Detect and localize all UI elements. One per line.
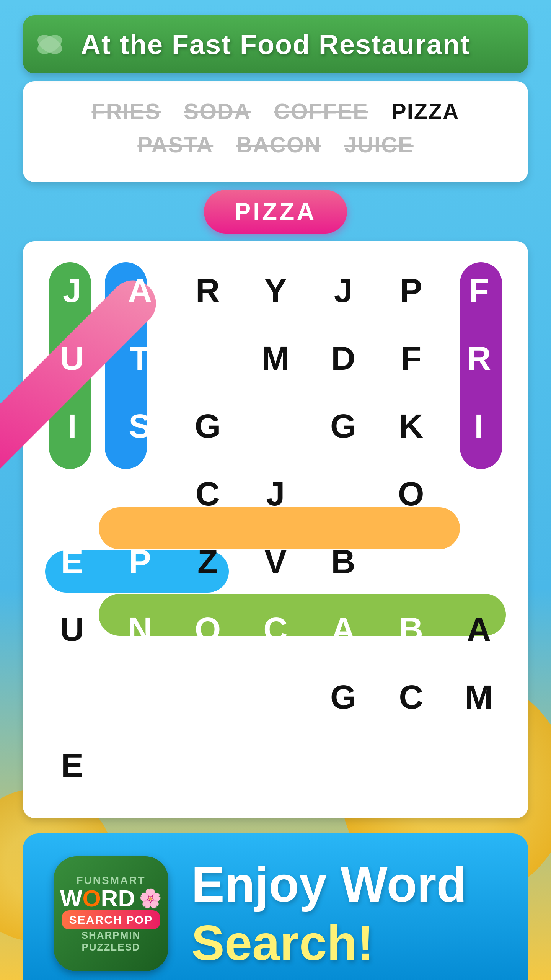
- leaf-icon: [34, 29, 65, 60]
- app-puzzlesd-label: PUZZLESD: [82, 941, 140, 953]
- grid-cell-4-1[interactable]: P: [106, 528, 174, 596]
- grid-wrapper: J A R Y J P F U T P M D F R I: [38, 256, 513, 799]
- word-coffee: COFFEE: [274, 98, 368, 124]
- grid-cell-5-0[interactable]: U: [38, 596, 106, 663]
- grid-cell-2-2[interactable]: G: [174, 392, 241, 460]
- word-juice: JUICE: [344, 132, 414, 157]
- grid-cell-5-1[interactable]: N: [106, 596, 174, 663]
- grid-cell-6-3[interactable]: A: [241, 663, 309, 731]
- grid-cell-0-4[interactable]: J: [310, 256, 377, 324]
- grid-cell-0-2[interactable]: R: [174, 256, 241, 324]
- grid-cell-6-6[interactable]: M: [445, 663, 513, 731]
- grid-cell-7-6[interactable]: E: [445, 731, 513, 799]
- word-soda: SODA: [184, 98, 251, 124]
- grid-cell-1-6[interactable]: R: [445, 324, 513, 392]
- grid-cell-0-1[interactable]: A: [106, 256, 174, 324]
- grid-cell-1-4[interactable]: D: [310, 324, 377, 392]
- grid-cell-6-0[interactable]: S: [38, 663, 106, 731]
- grid-cell-3-3[interactable]: J: [241, 460, 309, 528]
- grid-cell-3-5[interactable]: O: [377, 460, 445, 528]
- grid-cell-1-2[interactable]: P: [174, 324, 241, 392]
- grid-cell-4-6[interactable]: S: [445, 528, 513, 596]
- app-icon[interactable]: FUNSMART WORD 🌸 SEARCH POP SHARPMIN PUZZ…: [54, 856, 168, 971]
- grid-cell-7-1[interactable]: C: [106, 731, 174, 799]
- grid-cell-5-4[interactable]: A: [310, 596, 377, 663]
- current-word-badge: PIZZA: [204, 190, 347, 234]
- grid-cell-4-0[interactable]: E: [38, 528, 106, 596]
- grid-cell-3-6[interactable]: E: [445, 460, 513, 528]
- grid-cell-4-5[interactable]: Z: [377, 528, 445, 596]
- grid-cell-0-6[interactable]: F: [445, 256, 513, 324]
- grid-cell-1-5[interactable]: F: [377, 324, 445, 392]
- grid-cell-6-5[interactable]: C: [377, 663, 445, 731]
- word-pasta: PASTA: [137, 132, 213, 157]
- grid-cell-4-3[interactable]: V: [241, 528, 309, 596]
- grid-cell-7-2[interactable]: O: [174, 731, 241, 799]
- app-word-label: WORD: [60, 887, 135, 910]
- grid-cell-3-4[interactable]: Z: [310, 460, 377, 528]
- grid-cell-0-5[interactable]: P: [377, 256, 445, 324]
- word-fries: FRIES: [91, 98, 161, 124]
- grid-cell-5-6[interactable]: A: [445, 596, 513, 663]
- header-title: At the Fast Food Restaurant: [81, 29, 470, 60]
- grid-cell-3-0[interactable]: C: [38, 460, 106, 528]
- promo-tagline-line2: Search!: [191, 916, 467, 970]
- grid-cell-4-2[interactable]: Z: [174, 528, 241, 596]
- grid-cell-7-0[interactable]: E: [38, 731, 106, 799]
- grid-cell-5-5[interactable]: B: [377, 596, 445, 663]
- grid-cell-1-3[interactable]: M: [241, 324, 309, 392]
- grid-cell-1-0[interactable]: U: [38, 324, 106, 392]
- grid-cell-0-3[interactable]: Y: [241, 256, 309, 324]
- grid-cell-3-1[interactable]: A: [106, 460, 174, 528]
- grid-cell-2-4[interactable]: G: [310, 392, 377, 460]
- grid-cell-5-2[interactable]: O: [174, 596, 241, 663]
- grid-cell-0-0[interactable]: J: [38, 256, 106, 324]
- header-banner: At the Fast Food Restaurant: [23, 15, 528, 74]
- word-list-row-1: FRIES SODA COFFEE PIZZA: [46, 98, 505, 124]
- word-list-row-2: PASTA BACON JUICE: [46, 132, 505, 157]
- grid-cell-7-3[interactable]: F: [241, 731, 309, 799]
- word-bacon: BACON: [236, 132, 321, 157]
- grid-cell-2-0[interactable]: I: [38, 392, 106, 460]
- grid-cell-6-1[interactable]: O: [106, 663, 174, 731]
- grid-cell-7-4[interactable]: F: [310, 731, 377, 799]
- promo-text: Enjoy Word Search!: [191, 857, 467, 970]
- grid-cell-3-2[interactable]: C: [174, 460, 241, 528]
- app-search-pop-label: SEARCH POP: [62, 910, 160, 929]
- grid-cell-2-5[interactable]: K: [377, 392, 445, 460]
- grid-cell-4-4[interactable]: B: [310, 528, 377, 596]
- bottom-promo: FUNSMART WORD 🌸 SEARCH POP SHARPMIN PUZZ…: [23, 833, 528, 980]
- grid-cell-1-1[interactable]: T: [106, 324, 174, 392]
- word-list-panel: FRIES SODA COFFEE PIZZA PASTA BACON JUIC…: [23, 81, 528, 182]
- grid-cell-2-3[interactable]: I: [241, 392, 309, 460]
- grid-cell-7-5[interactable]: E: [377, 731, 445, 799]
- grid-cell-6-2[interactable]: D: [174, 663, 241, 731]
- promo-tagline-line1: Enjoy Word: [191, 857, 467, 912]
- grid-cell-5-3[interactable]: C: [241, 596, 309, 663]
- word-pizza: PIZZA: [391, 98, 460, 124]
- grid-cell-2-6[interactable]: I: [445, 392, 513, 460]
- app-sharpmin-label: SHARPMIN: [82, 929, 141, 941]
- svg-point-1: [34, 31, 65, 58]
- grid-panel: J A R Y J P F U T P M D F R I: [23, 241, 528, 818]
- grid-cell-6-4[interactable]: G: [310, 663, 377, 731]
- grid-cell-2-1[interactable]: S: [106, 392, 174, 460]
- word-search-grid: J A R Y J P F U T P M D F R I: [38, 256, 513, 799]
